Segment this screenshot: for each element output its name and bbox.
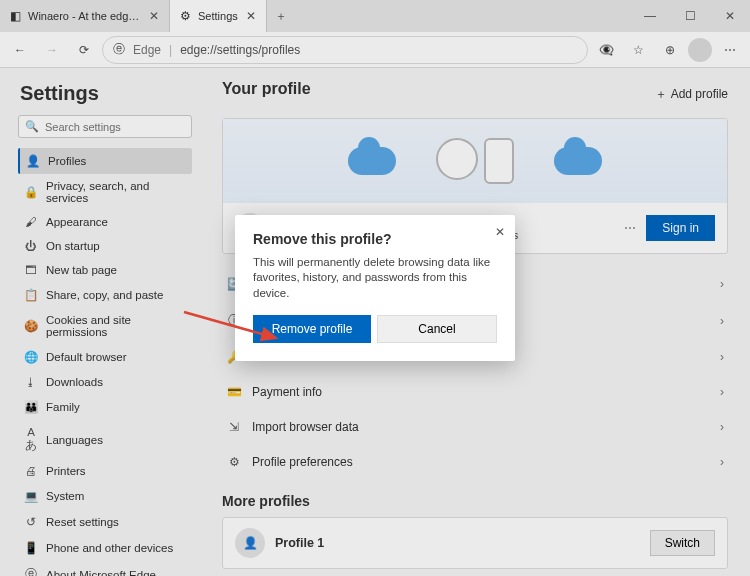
dialog-title: Remove this profile? bbox=[253, 231, 497, 247]
remove-profile-button[interactable]: Remove profile bbox=[253, 315, 371, 343]
remove-profile-dialog: ✕ Remove this profile? This will permane… bbox=[235, 215, 515, 362]
dialog-body: This will permanently delete browsing da… bbox=[253, 255, 497, 302]
cancel-button[interactable]: Cancel bbox=[377, 315, 497, 343]
modal-overlay: ✕ Remove this profile? This will permane… bbox=[0, 0, 750, 576]
close-icon[interactable]: ✕ bbox=[495, 225, 505, 239]
